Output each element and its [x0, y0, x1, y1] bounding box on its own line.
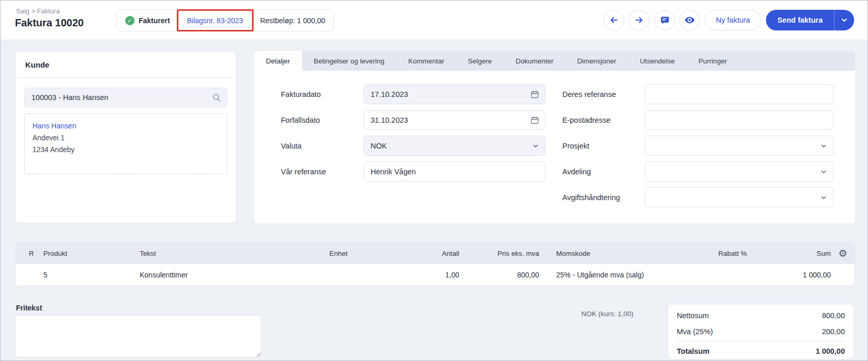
department-select-input[interactable] — [645, 162, 833, 181]
their-reference-input[interactable] — [645, 85, 833, 104]
chat-bubble-icon — [660, 15, 670, 25]
column-header-sum: Sum — [747, 250, 831, 257]
tax-handling-label: Avgiftshåndtering — [562, 193, 645, 202]
our-reference-input[interactable] — [364, 162, 545, 181]
form-row-deres-referanse: Deres referanse — [562, 84, 833, 104]
invoice-status-group: ✓ Fakturert Bilagsnr. 83-2023 Restbeløp:… — [116, 9, 334, 31]
arrow-right-icon — [634, 15, 644, 25]
status-badge: ✓ Fakturert — [117, 10, 178, 31]
next-invoice-button[interactable] — [629, 10, 649, 30]
form-row-valuta: Valuta — [254, 136, 562, 156]
form-row-forfallsdato: Forfallsdato — [254, 110, 562, 130]
form-row-prosjekt: Prosjekt — [562, 136, 833, 156]
tax-handling-select-input[interactable] — [645, 188, 833, 207]
column-header-enhet: Enhet — [324, 250, 394, 257]
tab-kommentar[interactable]: Kommentar — [396, 51, 456, 71]
invoice-details-panel: Detaljer Betingelser og levering Komment… — [254, 51, 855, 223]
customer-panel-title: Kunde — [15, 52, 236, 78]
table-settings-gear-icon[interactable]: ⚙ — [831, 248, 855, 259]
remaining-amount-label: Restbeløp: 1 000,00 — [260, 17, 325, 25]
preview-button[interactable] — [679, 10, 700, 30]
tab-purringer[interactable]: Purringer — [687, 51, 739, 71]
tab-utsendelse[interactable]: Utsendelse — [628, 51, 687, 71]
cell-momskode: 25% - Utgående mva (salg) — [543, 271, 700, 279]
cell-tekst: Konsulenttimer — [135, 271, 324, 279]
arrow-left-icon — [609, 15, 619, 25]
tab-detaljer[interactable]: Detaljer — [254, 51, 302, 71]
previous-invoice-button[interactable] — [604, 10, 624, 30]
project-select-input[interactable] — [645, 136, 833, 155]
totals-summary-box: Nettosum 800,00 Mva (25%) 200,00 Totalsu… — [667, 304, 854, 359]
check-circle-icon: ✓ — [125, 16, 135, 25]
form-row-var-referanse: Vår referanse — [254, 161, 562, 182]
eye-icon — [684, 14, 695, 26]
toolbar-actions: Ny faktura Send faktura — [604, 10, 854, 30]
free-text-area[interactable] — [15, 315, 261, 357]
customer-address-line2: 1234 Andeby — [32, 144, 219, 156]
cell-pris: 800,00 — [463, 271, 543, 279]
email-field — [645, 110, 833, 130]
customer-name-link[interactable]: Hans Hansen — [32, 120, 219, 132]
invoice-date-field — [363, 84, 545, 104]
due-date-field — [363, 110, 545, 130]
vat-label: Mva (25%) — [677, 327, 713, 336]
tab-dokumenter[interactable]: Dokumenter — [504, 51, 565, 71]
currency-rate-note: NOK (kurs: 1,00) — [516, 310, 633, 318]
details-form-right-column: Deres referanse E-postadresse Prosjekt — [562, 84, 855, 223]
cell-antall: 1,00 — [394, 271, 463, 279]
our-reference-label: Vår referanse — [254, 168, 363, 176]
project-label: Prosjekt — [562, 142, 645, 150]
free-text-label: Fritekst — [16, 304, 42, 312]
page-title: Faktura 10020 — [15, 17, 84, 29]
currency-label: Valuta — [254, 142, 363, 150]
column-header-pris-eks-mva: Pris eks. mva — [463, 250, 543, 257]
currency-select — [363, 136, 545, 156]
column-header-r: R — [15, 250, 39, 257]
line-items-header-row: R Produkt Tekst Enhet Antall Pris eks. m… — [15, 242, 855, 264]
customer-search-input[interactable] — [25, 88, 227, 107]
customer-address-box: Hans Hansen Andevei 1 1234 Andeby — [24, 113, 227, 174]
column-header-rabatt: Rabatt % — [700, 250, 747, 257]
column-header-momskode: Momskode — [543, 250, 700, 257]
details-form: Fakturadato Forfallsdato — [254, 71, 855, 223]
their-reference-label: Deres referanse — [562, 90, 645, 99]
column-header-tekst: Tekst — [135, 250, 324, 257]
send-invoice-split-button: Send faktura — [766, 10, 854, 30]
details-form-left-column: Fakturadato Forfallsdato — [254, 84, 562, 223]
project-select — [645, 136, 833, 156]
our-reference-field — [363, 161, 545, 182]
email-label: E-postadresse — [562, 116, 645, 124]
net-sum-value: 800,00 — [822, 311, 845, 320]
voucher-number-link[interactable]: Bilagsnr. 83-2023 — [179, 10, 252, 31]
vat-value: 200,00 — [822, 327, 845, 336]
cell-sum: 1 000,00 — [747, 271, 831, 279]
total-sum-row: Totalsum 1 000,00 — [677, 342, 845, 360]
new-invoice-label: Ny faktura — [716, 16, 750, 24]
their-reference-field — [645, 84, 833, 104]
tab-betingelser-og-levering[interactable]: Betingelser og levering — [302, 51, 396, 71]
comments-button[interactable] — [654, 10, 675, 30]
table-row[interactable]: 5 Konsulenttimer 1,00 800,00 25% - Utgåe… — [15, 264, 855, 286]
customer-panel: Kunde Hans Hansen Andevei 1 1234 Andeby — [15, 51, 237, 223]
new-invoice-button[interactable]: Ny faktura — [705, 10, 761, 30]
send-invoice-dropdown-button[interactable] — [834, 10, 854, 30]
due-date-input[interactable] — [364, 110, 545, 129]
currency-select-input[interactable] — [364, 136, 545, 155]
column-header-produkt: Produkt — [39, 250, 135, 257]
form-row-avdeling: Avdeling — [562, 161, 833, 182]
invoice-date-input[interactable] — [364, 85, 545, 104]
net-sum-row: Nettosum 800,00 — [677, 307, 845, 323]
form-row-epostadresse: E-postadresse — [562, 110, 833, 130]
line-items-table: R Produkt Tekst Enhet Antall Pris eks. m… — [15, 242, 855, 286]
customer-search — [24, 88, 227, 107]
email-input[interactable] — [645, 110, 833, 129]
total-sum-label: Totalsum — [677, 347, 709, 355]
tab-selgere[interactable]: Selgere — [456, 51, 504, 71]
tab-dimensjoner[interactable]: Dimensjoner — [565, 51, 628, 71]
status-label: Fakturert — [139, 17, 170, 25]
due-date-label: Forfallsdato — [254, 116, 363, 124]
form-row-avgiftshandtering: Avgiftshåndtering — [562, 187, 833, 207]
send-invoice-button[interactable]: Send faktura — [766, 10, 834, 30]
breadcrumb[interactable]: Salg > Faktura — [16, 7, 60, 15]
cell-produkt: 5 — [39, 271, 135, 279]
